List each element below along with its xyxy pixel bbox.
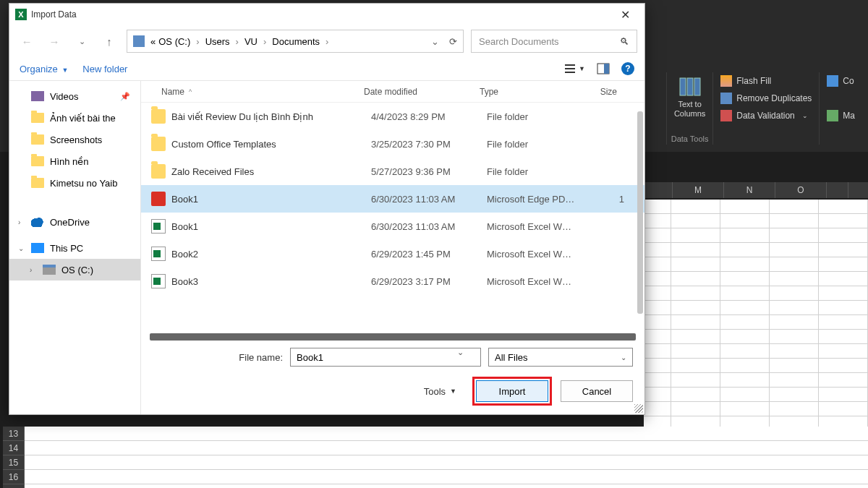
close-button[interactable]: ✕ [612, 5, 639, 25]
text-to-columns-icon [678, 75, 702, 98]
up-button[interactable]: ↑ [99, 31, 119, 51]
excel-icon: X [15, 9, 27, 20]
row-header[interactable]: 13 [3, 427, 25, 441]
column-date[interactable]: Date modified [364, 87, 480, 97]
import-button[interactable]: Import [476, 380, 548, 402]
file-row[interactable]: Book26/29/2023 1:45 PMMicrosoft Excel W… [141, 240, 644, 267]
view-options-button[interactable]: ▼ [564, 63, 585, 74]
address-bar[interactable]: « OS (C:)› Users› VU› Documents› ⌄ ⟳ [127, 30, 464, 53]
folder-icon [31, 134, 44, 145]
preview-pane-button[interactable] [597, 62, 610, 75]
chevron-icon: ⌄ [18, 244, 25, 252]
breadcrumb[interactable]: VU [244, 36, 258, 47]
consolidate-button[interactable]: Co [827, 75, 854, 87]
row-header[interactable]: 14 [3, 441, 25, 455]
resize-grip[interactable] [634, 404, 643, 413]
chevron-icon: › [30, 266, 37, 274]
remove-duplicates-button[interactable]: Remove Duplicates [720, 93, 812, 104]
col-label: Name [161, 87, 184, 97]
back-button[interactable]: ← [17, 31, 37, 51]
svg-rect-6 [565, 68, 575, 69]
refresh-button[interactable]: ⟳ [449, 36, 457, 47]
row-header[interactable]: 17 [3, 484, 25, 488]
onedrive-icon [31, 217, 44, 227]
horizontal-scrollbar[interactable] [150, 333, 636, 341]
file-type: Microsoft Excel W… [487, 276, 595, 287]
file-row[interactable]: Book16/30/2023 11:03 AMMicrosoft Edge PD… [141, 185, 644, 213]
data-validation-button[interactable]: Data Validation⌄ [720, 110, 808, 121]
sidebar-item-videos[interactable]: Videos📌 [9, 85, 140, 107]
search-placeholder: Search Documents [479, 36, 559, 47]
file-name: Zalo Received Files [171, 166, 371, 177]
help-button[interactable]: ? [621, 62, 634, 75]
column-header[interactable]: M [673, 182, 724, 198]
column-size[interactable]: Size [581, 87, 617, 97]
sidebar-item-onedrive[interactable]: ›OneDrive [9, 211, 140, 233]
filename-input[interactable] [290, 348, 481, 367]
chevron-down-icon: ▼ [61, 67, 68, 74]
forward-button[interactable]: → [44, 31, 64, 51]
file-type: File folder [487, 111, 595, 122]
file-type: Microsoft Excel W… [487, 221, 595, 232]
sidebar-label: Ảnh viết bài the [50, 113, 116, 124]
spreadsheet-grid-bottom[interactable] [25, 427, 868, 488]
sidebar-label: OneDrive [50, 217, 90, 228]
new-folder-button[interactable]: New folder [82, 64, 127, 74]
breadcrumb[interactable]: Documents [272, 36, 320, 47]
remove-duplicates-label: Remove Duplicates [736, 93, 812, 103]
column-type[interactable]: Type [480, 87, 581, 97]
cancel-button[interactable]: Cancel [561, 380, 633, 402]
svg-rect-1 [687, 78, 693, 95]
vertical-scrollbar[interactable] [637, 111, 643, 314]
breadcrumb[interactable]: Users [205, 36, 230, 47]
file-name: Book2 [171, 249, 371, 260]
file-row[interactable]: Book36/29/2023 3:17 PMMicrosoft Excel W… [141, 267, 644, 295]
column-header-partial[interactable] [644, 182, 673, 198]
column-header[interactable]: O [775, 182, 827, 198]
file-row[interactable]: Bài viết Review Du lịch Bình Định4/4/202… [141, 103, 644, 130]
flash-fill-button[interactable]: Flash Fill [720, 75, 771, 87]
row-header[interactable]: 16 [3, 470, 25, 484]
breadcrumb[interactable]: OS (C:) [158, 36, 190, 47]
chevron-down-icon: ▼ [579, 65, 585, 72]
search-box[interactable]: Search Documents 🔍︎ [471, 30, 637, 53]
manage-label: Ma [843, 111, 855, 121]
column-header-partial[interactable] [827, 182, 848, 198]
organize-button[interactable]: Organize ▼ [20, 64, 68, 74]
column-header[interactable]: N [724, 182, 775, 198]
file-type: Microsoft Excel W… [487, 249, 595, 260]
disk-icon [133, 35, 145, 47]
sidebar-item[interactable]: Hình nền [9, 150, 140, 172]
svg-text:X: X [18, 10, 24, 19]
file-type-filter[interactable]: All Files⌄ [488, 348, 633, 367]
chevron-down-icon: ⌄ [802, 112, 808, 119]
import-data-dialog: X Import Data ✕ ← → ⌄ ↑ « OS (C:)› Users… [9, 3, 645, 415]
sidebar-item[interactable]: Screenshots [9, 129, 140, 150]
tools-dropdown[interactable]: Tools▼ [424, 386, 456, 397]
folder-icon [31, 156, 44, 166]
svg-rect-9 [604, 64, 609, 74]
file-row[interactable]: Custom Office Templates3/25/2023 7:30 PM… [141, 130, 644, 158]
file-list-pane: Name ^ Date modified Type Size Bài viết … [141, 81, 644, 414]
file-row[interactable]: Zalo Received Files5/27/2023 9:36 PMFile… [141, 158, 644, 185]
sidebar-label: Hình nền [50, 156, 89, 167]
dialog-title: Import Data [31, 9, 77, 20]
sidebar-label: Videos [50, 91, 79, 102]
sidebar-item[interactable]: Ảnh viết bài the [9, 107, 140, 129]
sidebar-label: OS (C:) [61, 265, 93, 275]
pdf-icon [151, 192, 166, 206]
row-header[interactable]: 15 [3, 455, 25, 470]
address-dropdown[interactable]: ⌄ [431, 36, 439, 47]
sidebar-item[interactable]: Kimetsu no Yaib [9, 172, 140, 194]
column-name[interactable]: Name ^ [161, 87, 364, 97]
text-to-columns-button[interactable]: Text to Columns [674, 75, 705, 119]
manage-button[interactable]: Ma [827, 110, 855, 121]
recent-dropdown[interactable]: ⌄ [72, 31, 92, 51]
file-name: Custom Office Templates [171, 139, 371, 150]
sidebar-item-thispc[interactable]: ⌄This PC [9, 237, 140, 259]
manage-icon [827, 110, 838, 121]
dialog-titlebar: X Import Data ✕ [9, 4, 644, 25]
file-date: 6/30/2023 11:03 AM [371, 221, 487, 232]
sidebar-item-drive[interactable]: ›OS (C:) [9, 259, 140, 281]
file-row[interactable]: Book16/30/2023 11:03 AMMicrosoft Excel W… [141, 213, 644, 240]
